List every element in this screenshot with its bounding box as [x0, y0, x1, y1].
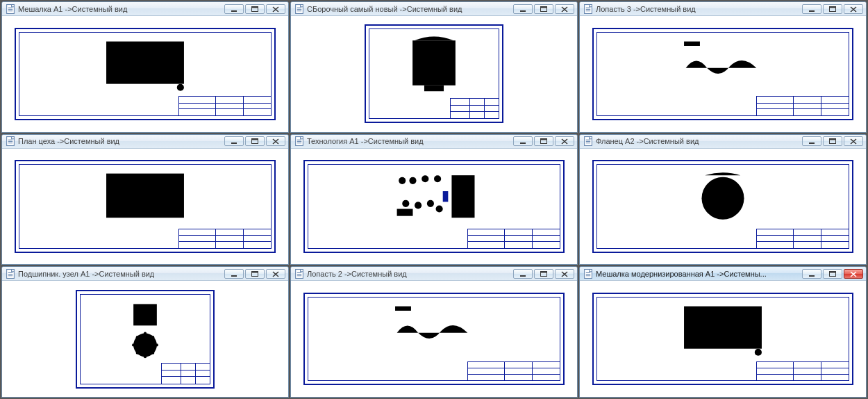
cad-drawing	[303, 160, 565, 252]
minimize-button[interactable]	[802, 4, 821, 14]
document-icon	[295, 4, 303, 14]
title-block	[450, 98, 499, 119]
close-button[interactable]	[266, 269, 285, 279]
drawing-sketch	[84, 298, 206, 366]
drawing-sketch	[373, 33, 495, 101]
minimize-icon	[517, 137, 528, 145]
minimize-button[interactable]	[513, 136, 533, 146]
minimize-icon	[806, 270, 817, 278]
child-window[interactable]: Подшипник. узел А1 ->Системный вид	[1, 266, 289, 398]
close-button[interactable]	[844, 136, 863, 146]
document-icon	[584, 136, 592, 146]
drawing-sketch	[312, 168, 556, 230]
maximize-icon	[249, 137, 260, 145]
child-window[interactable]: Лопасть 3 ->Системный вид	[579, 1, 867, 133]
maximize-button[interactable]	[823, 136, 842, 146]
child-window[interactable]: СБорочный самый новый ->Системный вид	[290, 1, 578, 133]
maximize-button[interactable]	[245, 4, 265, 14]
window-title: Лопасть 2 ->Системный вид	[307, 270, 510, 278]
close-button[interactable]	[555, 269, 574, 279]
close-button[interactable]	[266, 4, 285, 14]
maximize-button[interactable]	[534, 4, 553, 14]
window-title: Лопасть 3 ->Системный вид	[596, 5, 799, 13]
window-title: План цеха ->Системный вид	[18, 137, 222, 145]
window-content[interactable]	[2, 281, 288, 397]
minimize-button[interactable]	[802, 269, 821, 279]
window-controls	[802, 269, 863, 279]
window-controls	[224, 269, 285, 279]
child-window[interactable]: Фланец А2 ->Системный вид	[579, 134, 867, 266]
maximize-button[interactable]	[245, 136, 265, 146]
child-window[interactable]: Технология А1 ->Системный вид	[290, 134, 578, 266]
close-button[interactable]	[844, 269, 863, 279]
drawing-sketch	[601, 36, 845, 98]
window-content[interactable]	[291, 281, 577, 397]
window-content[interactable]	[2, 16, 288, 132]
mdi-container: Мешалка А1 ->Системный видСБорочный самы…	[0, 0, 868, 399]
maximize-icon	[249, 5, 260, 13]
window-title: Мешалка А1 ->Системный вид	[18, 5, 222, 13]
cad-drawing	[592, 293, 853, 385]
titlebar[interactable]: Технология А1 ->Системный вид	[291, 135, 577, 149]
window-content[interactable]	[580, 149, 866, 265]
minimize-icon	[228, 270, 240, 278]
window-controls	[802, 4, 863, 14]
child-window[interactable]: Мешалка модернизированная А1 ->Системны.…	[579, 266, 867, 398]
cad-drawing	[365, 24, 503, 123]
drawing-sketch	[601, 301, 845, 363]
drawing-sketch	[601, 168, 845, 230]
window-title: Технология А1 ->Системный вид	[307, 137, 510, 145]
title-block	[161, 363, 210, 384]
titlebar[interactable]: СБорочный самый новый ->Системный вид	[291, 2, 577, 16]
close-button[interactable]	[555, 136, 574, 146]
close-button[interactable]	[266, 136, 285, 146]
window-title: СБорочный самый новый ->Системный вид	[307, 5, 510, 13]
minimize-button[interactable]	[224, 136, 244, 146]
close-icon	[559, 5, 570, 13]
close-icon	[848, 5, 859, 13]
minimize-button[interactable]	[224, 4, 244, 14]
minimize-button[interactable]	[513, 269, 533, 279]
maximize-icon	[249, 270, 260, 278]
window-content[interactable]	[580, 281, 866, 397]
window-content[interactable]	[580, 16, 866, 132]
minimize-button[interactable]	[224, 269, 244, 279]
titlebar[interactable]: План цеха ->Системный вид	[2, 135, 288, 149]
maximize-button[interactable]	[534, 269, 553, 279]
document-icon	[295, 269, 303, 279]
minimize-button[interactable]	[802, 136, 821, 146]
titlebar[interactable]: Подшипник. узел А1 ->Системный вид	[2, 267, 288, 281]
window-title: Подшипник. узел А1 ->Системный вид	[18, 270, 222, 278]
minimize-button[interactable]	[513, 4, 533, 14]
window-content[interactable]	[291, 16, 577, 132]
titlebar[interactable]: Мешалка А1 ->Системный вид	[2, 2, 288, 16]
maximize-icon	[827, 137, 838, 145]
window-title: Мешалка модернизированная А1 ->Системны.…	[596, 270, 799, 278]
maximize-button[interactable]	[245, 269, 265, 279]
minimize-icon	[228, 5, 240, 13]
close-icon	[270, 5, 281, 13]
close-button[interactable]	[844, 4, 863, 14]
close-icon	[848, 270, 859, 278]
titlebar[interactable]: Фланец А2 ->Системный вид	[580, 135, 866, 149]
child-window[interactable]: Лопасть 2 ->Системный вид	[290, 266, 578, 398]
maximize-button[interactable]	[823, 269, 842, 279]
title-block	[756, 229, 849, 248]
child-window[interactable]: Мешалка А1 ->Системный вид	[1, 1, 289, 133]
cad-drawing	[303, 293, 565, 385]
close-button[interactable]	[555, 4, 574, 14]
window-content[interactable]	[291, 149, 577, 265]
child-window[interactable]: План цеха ->Системный вид	[1, 134, 289, 266]
title-block	[756, 96, 849, 115]
maximize-button[interactable]	[534, 136, 553, 146]
window-title: Фланец А2 ->Системный вид	[596, 137, 799, 145]
titlebar[interactable]: Лопасть 2 ->Системный вид	[291, 267, 577, 281]
titlebar[interactable]: Мешалка модернизированная А1 ->Системны.…	[580, 267, 866, 281]
maximize-icon	[538, 137, 549, 145]
minimize-icon	[517, 5, 528, 13]
document-icon	[6, 4, 15, 14]
window-content[interactable]	[2, 149, 288, 265]
titlebar[interactable]: Лопасть 3 ->Системный вид	[580, 2, 866, 16]
maximize-button[interactable]	[823, 4, 842, 14]
cad-drawing	[592, 28, 853, 120]
